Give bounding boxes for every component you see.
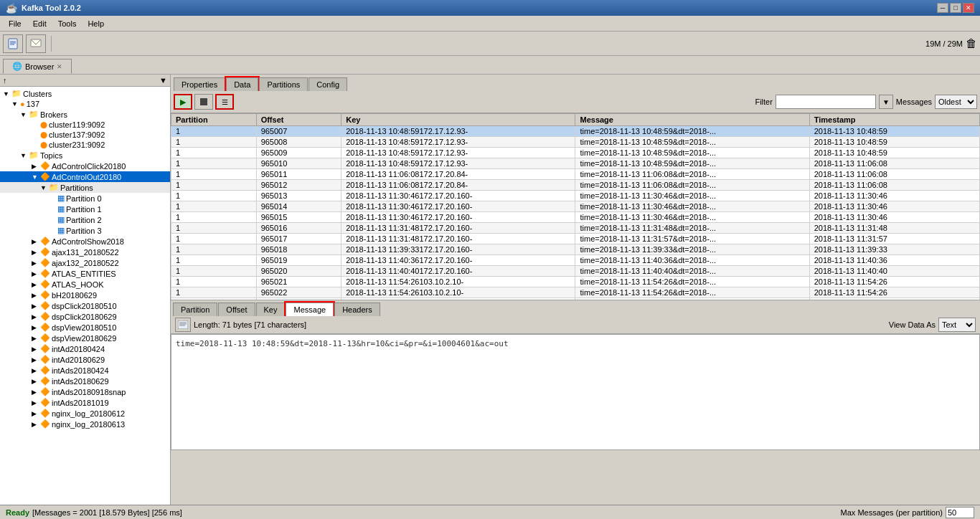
tree-topic-7[interactable]: ▶ 🔶 ATLAS_HOOK [0, 279, 170, 290]
table-row[interactable]: 19650172018-11-13 11:31:48172.17.20.160-… [171, 234, 980, 244]
menu-tools[interactable]: Tools [52, 18, 83, 29]
tree-broker-3[interactable]: ⬤ cluster231:9092 [0, 140, 170, 150]
minimize-button[interactable]: ─ [937, 3, 948, 13]
sidebar-nav-up[interactable]: ↑ [3, 76, 7, 85]
table-row[interactable]: 19650212018-11-13 11:54:26103.10.2.10-ti… [171, 277, 980, 287]
sidebar: ↑ ▼ ▼ 📁 Clusters ▼ ● 137 ▼ [0, 75, 171, 505]
browser-tab[interactable]: 🌐 Browser ✕ [3, 59, 72, 74]
filter-area: Filter ▼ Messages Oldest Newest [755, 95, 977, 109]
tree-cluster-137[interactable]: ▼ ● 137 [0, 99, 170, 109]
status-left: Ready [Messages = 2001 [18.579 Bytes] [2… [6, 508, 182, 517]
browser-tab-close[interactable]: ✕ [57, 63, 62, 70]
tree-topic-5[interactable]: ▶ 🔶 ajax132_20180522 [0, 257, 170, 268]
toolbar-btn-2[interactable] [26, 34, 46, 53]
close-button[interactable]: ✕ [963, 3, 974, 13]
tree-brokers[interactable]: ▼ 📁 Brokers [0, 109, 170, 120]
tab-config[interactable]: Config [308, 77, 347, 91]
tree-topic-14[interactable]: ▶ 🔶 intAd20180629 [0, 354, 170, 365]
play-button[interactable]: ▶ [174, 94, 192, 110]
view-data-label: View Data As [889, 320, 936, 329]
tree-topic-12[interactable]: ▶ 🔶 dspView20180629 [0, 333, 170, 343]
tree-topic-19[interactable]: ▶ 🔶 nginx_log_20180612 [0, 408, 170, 419]
stop-button[interactable] [194, 94, 213, 110]
filter-dropdown-button[interactable]: ▼ [879, 95, 893, 109]
sidebar-arrow-down[interactable]: ▼ [159, 76, 167, 85]
tree-topic-9[interactable]: ▶ 🔶 dspClick20180510 [0, 300, 170, 311]
tab-properties[interactable]: Properties [174, 77, 225, 91]
status-ready: Ready [6, 508, 29, 517]
table-row[interactable]: 19650132018-11-13 11:30:46172.17.20.160-… [171, 191, 980, 201]
tree-clusters[interactable]: ▼ 📁 Clusters [0, 88, 170, 99]
tree-topic-10[interactable]: ▶ 🔶 dspClick20180629 [0, 311, 170, 322]
tree-topic-15[interactable]: ▶ 🔶 intAds20180424 [0, 365, 170, 376]
tree-topic-adcontrolout[interactable]: ▼ 🔶 AdControlOut20180 [0, 171, 170, 182]
table-row[interactable]: 19650092018-11-13 10:48:59172.17.12.93-t… [171, 148, 980, 158]
tree-partition-2[interactable]: ▦ Partition 2 [0, 214, 170, 225]
tree-partitions-folder[interactable]: ▼ 📁 Partitions [0, 182, 170, 193]
tree-broker-1[interactable]: ⬤ cluster119:9092 [0, 120, 170, 130]
maximize-button[interactable]: □ [950, 3, 961, 13]
tree-partition-1[interactable]: ▦ Partition 1 [0, 204, 170, 214]
message-icon-btn[interactable] [175, 318, 191, 332]
tree-topic-16[interactable]: ▶ 🔶 intAds20180629 [0, 376, 170, 386]
bottom-tab-key[interactable]: Key [256, 303, 286, 316]
tree-topics[interactable]: ▼ 📁 Topics [0, 150, 170, 161]
toolbar-btn-1[interactable] [3, 34, 23, 53]
bottom-tab-bar: Partition Offset Key Message Headers [171, 300, 980, 316]
table-row[interactable]: 19650162018-11-13 11:31:48172.17.20.160-… [171, 223, 980, 234]
table-row[interactable]: 19650122018-11-13 11:06:08172.17.20.84-t… [171, 180, 980, 191]
tab-partitions[interactable]: Partitions [259, 77, 308, 91]
table-row[interactable]: 19650142018-11-13 11:30:46172.17.20.160-… [171, 201, 980, 212]
tree-topic-4[interactable]: ▶ 🔶 ajax131_20180522 [0, 247, 170, 257]
bottom-info-bar: Length: 71 bytes [71 characters] View Da… [171, 316, 980, 334]
bottom-tab-partition[interactable]: Partition [173, 303, 217, 316]
title-bar-left: ☕ Kafka Tool 2.0.2 [6, 3, 81, 14]
tree-topic-6[interactable]: ▶ 🔶 ATLAS_ENTITIES [0, 268, 170, 279]
length-info: Length: 71 bytes [71 characters] [194, 320, 306, 329]
table-row[interactable]: 19650082018-11-13 10:48:59172.17.12.93-t… [171, 137, 980, 148]
table-row[interactable]: 19650182018-11-13 11:39:33172.17.20.160-… [171, 244, 980, 255]
filter-label: Filter [755, 97, 772, 106]
data-table-container: Partition Offset Key Message Timestamp 1… [171, 113, 980, 300]
main-layout: ↑ ▼ ▼ 📁 Clusters ▼ ● 137 ▼ [0, 75, 980, 505]
bottom-tab-offset[interactable]: Offset [218, 303, 255, 316]
tree-topic-adcontrolclick[interactable]: ▶ 🔶 AdControlClick20180 [0, 161, 170, 171]
bottom-tab-headers[interactable]: Headers [334, 303, 380, 316]
table-row[interactable]: 19650072018-11-13 10:48:59172.17.12.93-t… [171, 126, 980, 137]
filter-input[interactable] [776, 95, 876, 109]
tree-partition-0[interactable]: ▦ Partition 0 [0, 193, 170, 204]
disk-icon[interactable]: 🗑 [966, 37, 977, 50]
bottom-tab-message[interactable]: Message [286, 303, 334, 316]
tree-topic-20[interactable]: ▶ 🔶 nginx_log_20180613 [0, 419, 170, 429]
toolbar: 19M / 29M 🗑 [0, 32, 980, 56]
menu-edit[interactable]: Edit [27, 18, 52, 29]
table-row[interactable]: 19650222018-11-13 11:54:26103.10.2.10-ti… [171, 287, 980, 298]
tree-topic-17[interactable]: ▶ 🔶 intAds20180918snap [0, 386, 170, 397]
tree-topic-18[interactable]: ▶ 🔶 intAds20181019 [0, 397, 170, 408]
table-row[interactable]: 19650192018-11-13 11:40:36172.17.20.160-… [171, 255, 980, 266]
view-data-select[interactable]: Text JSON XML [938, 318, 976, 332]
table-button[interactable]: ☰ [215, 94, 234, 110]
col-partition: Partition [171, 114, 257, 126]
table-row[interactable]: 19650112018-11-13 11:06:08172.17.20.84-t… [171, 169, 980, 180]
tab-data[interactable]: Data [226, 77, 258, 91]
toolbar-separator [51, 36, 52, 52]
max-messages-input[interactable] [946, 507, 974, 518]
tree-broker-2[interactable]: ⬤ cluster137:9092 [0, 130, 170, 140]
sidebar-header: ↑ ▼ [0, 75, 170, 87]
menu-help[interactable]: Help [82, 18, 110, 29]
browser-tab-label: Browser [25, 62, 54, 71]
tree-topic-13[interactable]: ▶ 🔶 intAd20180424 [0, 343, 170, 354]
table-row[interactable]: 19650152018-11-13 11:30:46172.17.20.160-… [171, 212, 980, 223]
tree-topic-11[interactable]: ▶ 🔶 dspView20180510 [0, 322, 170, 333]
table-row[interactable]: 19650102018-11-13 10:48:59172.17.12.93-t… [171, 158, 980, 169]
tree-topic-3[interactable]: ▶ 🔶 AdControlShow2018 [0, 236, 170, 247]
tree-topic-8[interactable]: ▶ 🔶 bH20180629 [0, 290, 170, 300]
col-message: Message [575, 114, 809, 126]
menu-file[interactable]: File [3, 18, 27, 29]
status-messages: [Messages = 2001 [18.579 Bytes] [256 ms] [32, 508, 182, 517]
messages-select[interactable]: Oldest Newest [935, 95, 977, 109]
table-row[interactable]: 19650202018-11-13 11:40:40172.17.20.160-… [171, 266, 980, 277]
title-bar: ☕ Kafka Tool 2.0.2 ─ □ ✕ [0, 0, 980, 16]
tree-partition-3[interactable]: ▦ Partition 3 [0, 225, 170, 236]
